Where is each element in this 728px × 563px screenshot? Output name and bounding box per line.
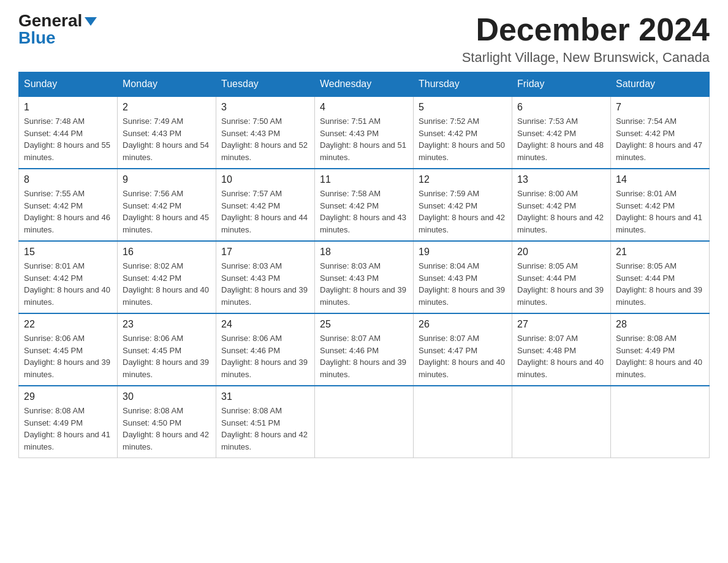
- day-info: Sunrise: 8:08 AMSunset: 4:51 PMDaylight:…: [221, 406, 308, 451]
- day-number: 7: [616, 102, 704, 113]
- header-tuesday: Tuesday: [216, 72, 315, 97]
- calendar-cell: 23 Sunrise: 8:06 AMSunset: 4:45 PMDaylig…: [118, 313, 216, 386]
- calendar-cell: 18 Sunrise: 8:03 AMSunset: 4:43 PMDaylig…: [315, 241, 414, 313]
- header-monday: Monday: [118, 72, 216, 97]
- day-info: Sunrise: 8:08 AMSunset: 4:49 PMDaylight:…: [616, 334, 702, 379]
- day-info: Sunrise: 7:53 AMSunset: 4:42 PMDaylight:…: [517, 117, 604, 162]
- day-number: 14: [616, 174, 704, 185]
- day-number: 11: [320, 174, 408, 185]
- week-row-5: 29 Sunrise: 8:08 AMSunset: 4:49 PMDaylig…: [19, 386, 710, 458]
- day-number: 24: [221, 319, 309, 330]
- week-row-2: 8 Sunrise: 7:55 AMSunset: 4:42 PMDayligh…: [19, 169, 710, 241]
- day-info: Sunrise: 8:05 AMSunset: 4:44 PMDaylight:…: [517, 261, 604, 307]
- day-number: 23: [123, 319, 211, 330]
- calendar-cell: 4 Sunrise: 7:51 AMSunset: 4:43 PMDayligh…: [315, 96, 414, 169]
- day-number: 25: [320, 319, 408, 330]
- day-number: 10: [221, 174, 309, 185]
- day-number: 6: [517, 102, 605, 113]
- calendar-cell: [414, 386, 512, 458]
- day-number: 30: [123, 391, 211, 402]
- day-number: 28: [616, 319, 704, 330]
- calendar-cell: 17 Sunrise: 8:03 AMSunset: 4:43 PMDaylig…: [216, 241, 315, 313]
- day-info: Sunrise: 7:55 AMSunset: 4:42 PMDaylight:…: [24, 189, 110, 234]
- day-info: Sunrise: 7:48 AMSunset: 4:44 PMDaylight:…: [24, 117, 110, 162]
- header-wednesday: Wednesday: [315, 72, 414, 97]
- day-info: Sunrise: 7:51 AMSunset: 4:43 PMDaylight:…: [320, 117, 406, 162]
- month-title: December 2024: [462, 12, 710, 47]
- calendar-cell: 25 Sunrise: 8:07 AMSunset: 4:46 PMDaylig…: [315, 313, 414, 386]
- header-friday: Friday: [512, 72, 611, 97]
- page-header: General Blue December 2024 Starlight Vil…: [18, 12, 710, 66]
- day-info: Sunrise: 8:06 AMSunset: 4:45 PMDaylight:…: [24, 334, 110, 379]
- calendar-cell: 12 Sunrise: 7:59 AMSunset: 4:42 PMDaylig…: [414, 169, 512, 241]
- calendar-cell: 13 Sunrise: 8:00 AMSunset: 4:42 PMDaylig…: [512, 169, 611, 241]
- calendar-cell: 11 Sunrise: 7:58 AMSunset: 4:42 PMDaylig…: [315, 169, 414, 241]
- title-block: December 2024 Starlight Village, New Bru…: [462, 12, 710, 66]
- day-number: 19: [419, 247, 507, 258]
- calendar-cell: 9 Sunrise: 7:56 AMSunset: 4:42 PMDayligh…: [118, 169, 216, 241]
- day-info: Sunrise: 7:50 AMSunset: 4:43 PMDaylight:…: [221, 117, 308, 162]
- day-number: 12: [419, 174, 507, 185]
- calendar-table: Sunday Monday Tuesday Wednesday Thursday…: [18, 72, 710, 458]
- day-info: Sunrise: 8:05 AMSunset: 4:44 PMDaylight:…: [616, 261, 702, 307]
- day-info: Sunrise: 8:08 AMSunset: 4:49 PMDaylight:…: [24, 406, 110, 451]
- calendar-cell: 27 Sunrise: 8:07 AMSunset: 4:48 PMDaylig…: [512, 313, 611, 386]
- day-info: Sunrise: 7:59 AMSunset: 4:42 PMDaylight:…: [419, 189, 505, 234]
- calendar-cell: 28 Sunrise: 8:08 AMSunset: 4:49 PMDaylig…: [611, 313, 710, 386]
- day-number: 17: [221, 247, 309, 258]
- calendar-cell: 19 Sunrise: 8:04 AMSunset: 4:43 PMDaylig…: [414, 241, 512, 313]
- day-number: 26: [419, 319, 507, 330]
- calendar-cell: 20 Sunrise: 8:05 AMSunset: 4:44 PMDaylig…: [512, 241, 611, 313]
- day-number: 15: [24, 247, 112, 258]
- week-row-4: 22 Sunrise: 8:06 AMSunset: 4:45 PMDaylig…: [19, 313, 710, 386]
- calendar-cell: 7 Sunrise: 7:54 AMSunset: 4:42 PMDayligh…: [611, 96, 710, 169]
- header-saturday: Saturday: [611, 72, 710, 97]
- calendar-cell: 1 Sunrise: 7:48 AMSunset: 4:44 PMDayligh…: [19, 96, 118, 169]
- calendar-cell: 2 Sunrise: 7:49 AMSunset: 4:43 PMDayligh…: [118, 96, 216, 169]
- day-info: Sunrise: 8:06 AMSunset: 4:45 PMDaylight:…: [123, 334, 209, 379]
- day-number: 31: [221, 391, 309, 402]
- day-number: 9: [123, 174, 211, 185]
- calendar-cell: 24 Sunrise: 8:06 AMSunset: 4:46 PMDaylig…: [216, 313, 315, 386]
- day-info: Sunrise: 8:02 AMSunset: 4:42 PMDaylight:…: [123, 261, 209, 307]
- day-info: Sunrise: 7:57 AMSunset: 4:42 PMDaylight:…: [221, 189, 308, 234]
- day-number: 2: [123, 102, 211, 113]
- day-number: 16: [123, 247, 211, 258]
- header-thursday: Thursday: [414, 72, 512, 97]
- day-info: Sunrise: 8:07 AMSunset: 4:48 PMDaylight:…: [517, 334, 604, 379]
- day-number: 22: [24, 319, 112, 330]
- logo: General Blue: [18, 12, 97, 47]
- day-info: Sunrise: 7:49 AMSunset: 4:43 PMDaylight:…: [123, 117, 209, 162]
- calendar-cell: 6 Sunrise: 7:53 AMSunset: 4:42 PMDayligh…: [512, 96, 611, 169]
- day-info: Sunrise: 7:52 AMSunset: 4:42 PMDaylight:…: [419, 117, 505, 162]
- calendar-cell: 30 Sunrise: 8:08 AMSunset: 4:50 PMDaylig…: [118, 386, 216, 458]
- day-info: Sunrise: 8:01 AMSunset: 4:42 PMDaylight:…: [24, 261, 110, 307]
- day-info: Sunrise: 7:58 AMSunset: 4:42 PMDaylight:…: [320, 189, 406, 234]
- header-sunday: Sunday: [19, 72, 118, 97]
- week-row-1: 1 Sunrise: 7:48 AMSunset: 4:44 PMDayligh…: [19, 96, 710, 169]
- location-title: Starlight Village, New Brunswick, Canada: [462, 50, 710, 66]
- day-info: Sunrise: 8:04 AMSunset: 4:43 PMDaylight:…: [419, 261, 505, 307]
- calendar-cell: 3 Sunrise: 7:50 AMSunset: 4:43 PMDayligh…: [216, 96, 315, 169]
- day-info: Sunrise: 8:07 AMSunset: 4:47 PMDaylight:…: [419, 334, 505, 379]
- day-info: Sunrise: 8:00 AMSunset: 4:42 PMDaylight:…: [517, 189, 604, 234]
- calendar-cell: [512, 386, 611, 458]
- calendar-cell: 5 Sunrise: 7:52 AMSunset: 4:42 PMDayligh…: [414, 96, 512, 169]
- day-number: 4: [320, 102, 408, 113]
- logo-triangle-icon: [85, 17, 97, 26]
- calendar-cell: 15 Sunrise: 8:01 AMSunset: 4:42 PMDaylig…: [19, 241, 118, 313]
- day-number: 29: [24, 391, 112, 402]
- day-info: Sunrise: 8:03 AMSunset: 4:43 PMDaylight:…: [320, 261, 406, 307]
- day-number: 1: [24, 102, 112, 113]
- calendar-cell: 14 Sunrise: 8:01 AMSunset: 4:42 PMDaylig…: [611, 169, 710, 241]
- calendar-header-row: Sunday Monday Tuesday Wednesday Thursday…: [19, 72, 710, 97]
- calendar-cell: 21 Sunrise: 8:05 AMSunset: 4:44 PMDaylig…: [611, 241, 710, 313]
- day-number: 20: [517, 247, 605, 258]
- day-number: 27: [517, 319, 605, 330]
- calendar-cell: 26 Sunrise: 8:07 AMSunset: 4:47 PMDaylig…: [414, 313, 512, 386]
- logo-general-text: General: [18, 11, 82, 30]
- week-row-3: 15 Sunrise: 8:01 AMSunset: 4:42 PMDaylig…: [19, 241, 710, 313]
- day-number: 5: [419, 102, 507, 113]
- day-info: Sunrise: 8:07 AMSunset: 4:46 PMDaylight:…: [320, 334, 406, 379]
- calendar-cell: 8 Sunrise: 7:55 AMSunset: 4:42 PMDayligh…: [19, 169, 118, 241]
